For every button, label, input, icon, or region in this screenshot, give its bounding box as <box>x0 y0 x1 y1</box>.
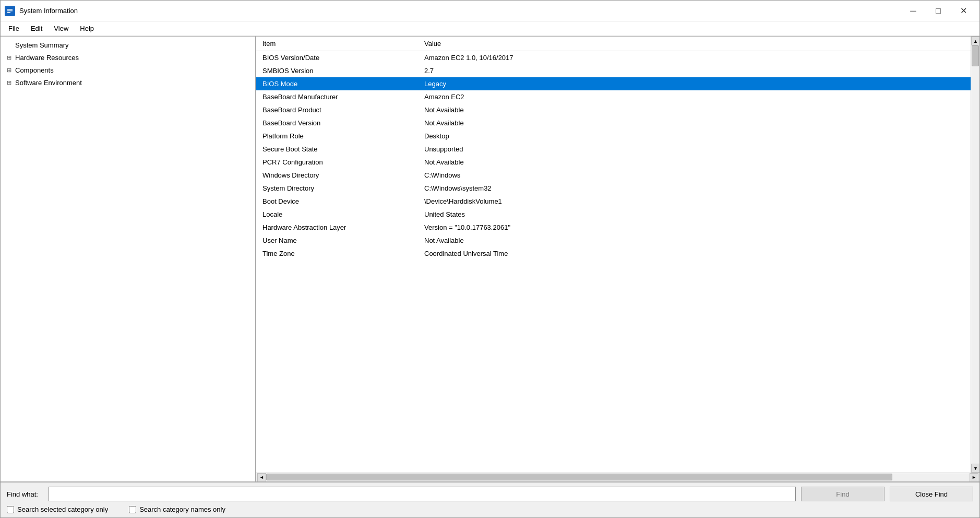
window-title: System Information <box>19 7 901 15</box>
table-cell-value: United States <box>418 208 971 221</box>
menu-view[interactable]: View <box>48 22 74 34</box>
h-scroll-right-button[interactable]: ► <box>970 473 978 482</box>
expand-icon-software: ⊞ <box>5 78 13 87</box>
close-find-button[interactable]: Close Find <box>890 487 973 501</box>
table-cell-value: Amazon EC2 <box>418 90 971 103</box>
checkbox-selected-category-input[interactable] <box>7 506 14 513</box>
expand-icon <box>5 41 13 49</box>
minimize-button[interactable]: ─ <box>901 4 925 18</box>
table-cell-item: Platform Role <box>256 130 418 143</box>
menu-bar: File Edit View Help <box>1 21 979 36</box>
svg-rect-3 <box>7 12 10 13</box>
table-cell-value: C:\Windows\system32 <box>418 182 971 195</box>
table-row[interactable]: BIOS Version/DateAmazon EC2 1.0, 10/16/2… <box>256 51 971 65</box>
table-row[interactable]: BIOS ModeLegacy <box>256 77 971 90</box>
table-cell-value: Version = "10.0.17763.2061" <box>418 221 971 234</box>
table-cell-value: Not Available <box>418 234 971 247</box>
tree-item-hardware-resources[interactable]: ⊞ Hardware Resources <box>1 51 255 64</box>
table-cell-value: Desktop <box>418 130 971 143</box>
checkbox-category-names-label: Search category names only <box>139 505 225 513</box>
menu-help[interactable]: Help <box>74 22 100 34</box>
table-cell-item: System Directory <box>256 182 418 195</box>
scroll-down-button[interactable]: ▼ <box>971 464 979 473</box>
table-cell-item: Secure Boot State <box>256 143 418 156</box>
bottom-bar: Find what: Find Close Find Search select… <box>1 481 979 517</box>
checkbox-selected-category-label: Search selected category only <box>17 505 108 513</box>
h-scroll-thumb[interactable] <box>266 474 892 480</box>
table-cell-value: 2.7 <box>418 64 971 77</box>
table-cell-item: SMBIOS Version <box>256 64 418 77</box>
tree-label-software-environment: Software Environment <box>15 79 82 87</box>
title-bar: System Information ─ □ ✕ <box>1 1 979 21</box>
table-row[interactable]: BaseBoard VersionNot Available <box>256 116 971 130</box>
table-cell-value: Amazon EC2 1.0, 10/16/2017 <box>418 51 971 65</box>
expand-icon-hardware: ⊞ <box>5 53 13 62</box>
table-row[interactable]: Hardware Abstraction LayerVersion = "10.… <box>256 221 971 234</box>
scroll-track[interactable] <box>971 45 979 464</box>
table-cell-value: C:\Windows <box>418 169 971 182</box>
right-panel: Item Value BIOS Version/DateAmazon EC2 1… <box>256 37 979 481</box>
table-row[interactable]: Platform RoleDesktop <box>256 130 971 143</box>
table-cell-item: BaseBoard Manufacturer <box>256 90 418 103</box>
left-panel: System Summary ⊞ Hardware Resources ⊞ Co… <box>1 37 256 481</box>
table-cell-item: Boot Device <box>256 195 418 208</box>
col-header-value: Value <box>418 37 971 51</box>
scroll-thumb[interactable] <box>972 45 979 66</box>
table-row[interactable]: Time ZoneCoordinated Universal Time <box>256 247 971 260</box>
find-button[interactable]: Find <box>801 487 885 501</box>
tree-item-components[interactable]: ⊞ Components <box>1 64 255 76</box>
table-cell-item: BIOS Mode <box>256 77 418 90</box>
table-cell-value: Not Available <box>418 103 971 116</box>
menu-file[interactable]: File <box>3 22 25 34</box>
find-row: Find what: Find Close Find <box>7 487 973 501</box>
tree-label-hardware-resources: Hardware Resources <box>15 54 79 62</box>
tree-item-software-environment[interactable]: ⊞ Software Environment <box>1 76 255 89</box>
table-cell-item: Hardware Abstraction Layer <box>256 221 418 234</box>
find-input[interactable] <box>49 487 796 501</box>
maximize-button[interactable]: □ <box>926 4 950 18</box>
h-scroll-track[interactable] <box>266 473 970 481</box>
scroll-up-button[interactable]: ▲ <box>971 37 979 45</box>
table-row[interactable]: Secure Boot StateUnsupported <box>256 143 971 156</box>
table-cell-value: Coordinated Universal Time <box>418 247 971 260</box>
right-content: Item Value BIOS Version/DateAmazon EC2 1… <box>256 37 979 473</box>
menu-edit[interactable]: Edit <box>25 22 48 34</box>
table-cell-item: PCR7 Configuration <box>256 156 418 169</box>
checkbox-row: Search selected category only Search cat… <box>7 505 973 513</box>
table-row[interactable]: BaseBoard ManufacturerAmazon EC2 <box>256 90 971 103</box>
table-cell-value: Not Available <box>418 116 971 130</box>
table-row[interactable]: PCR7 ConfigurationNot Available <box>256 156 971 169</box>
system-information-window: System Information ─ □ ✕ File Edit View … <box>0 0 980 518</box>
table-row[interactable]: Windows DirectoryC:\Windows <box>256 169 971 182</box>
checkbox-selected-category[interactable]: Search selected category only <box>7 505 108 513</box>
checkbox-category-names[interactable]: Search category names only <box>129 505 225 513</box>
table-row[interactable]: BaseBoard ProductNot Available <box>256 103 971 116</box>
window-controls: ─ □ ✕ <box>901 4 975 18</box>
close-button[interactable]: ✕ <box>951 4 975 18</box>
data-table[interactable]: Item Value BIOS Version/DateAmazon EC2 1… <box>256 37 971 473</box>
vertical-scrollbar[interactable]: ▲ ▼ <box>971 37 979 473</box>
table-row[interactable]: Boot Device\Device\HarddiskVolume1 <box>256 195 971 208</box>
col-header-item: Item <box>256 37 418 51</box>
table-row[interactable]: System DirectoryC:\Windows\system32 <box>256 182 971 195</box>
table-cell-item: User Name <box>256 234 418 247</box>
table-cell-value: Unsupported <box>418 143 971 156</box>
svg-rect-2 <box>7 10 13 11</box>
table-row[interactable]: User NameNot Available <box>256 234 971 247</box>
horizontal-scrollbar[interactable]: ◄ ► <box>256 473 979 481</box>
table-cell-item: BIOS Version/Date <box>256 51 418 65</box>
tree-item-system-summary[interactable]: System Summary <box>1 39 255 51</box>
table-cell-item: Time Zone <box>256 247 418 260</box>
main-content: System Summary ⊞ Hardware Resources ⊞ Co… <box>1 36 979 481</box>
find-label: Find what: <box>7 490 43 498</box>
table-row[interactable]: LocaleUnited States <box>256 208 971 221</box>
table-row[interactable]: SMBIOS Version2.7 <box>256 64 971 77</box>
app-icon <box>5 6 15 16</box>
tree-label-system-summary: System Summary <box>15 41 69 49</box>
h-scroll-left-button[interactable]: ◄ <box>257 473 266 482</box>
table-cell-item: Windows Directory <box>256 169 418 182</box>
expand-icon-components: ⊞ <box>5 66 13 74</box>
table-cell-item: BaseBoard Version <box>256 116 418 130</box>
table-cell-item: BaseBoard Product <box>256 103 418 116</box>
checkbox-category-names-input[interactable] <box>129 506 136 513</box>
